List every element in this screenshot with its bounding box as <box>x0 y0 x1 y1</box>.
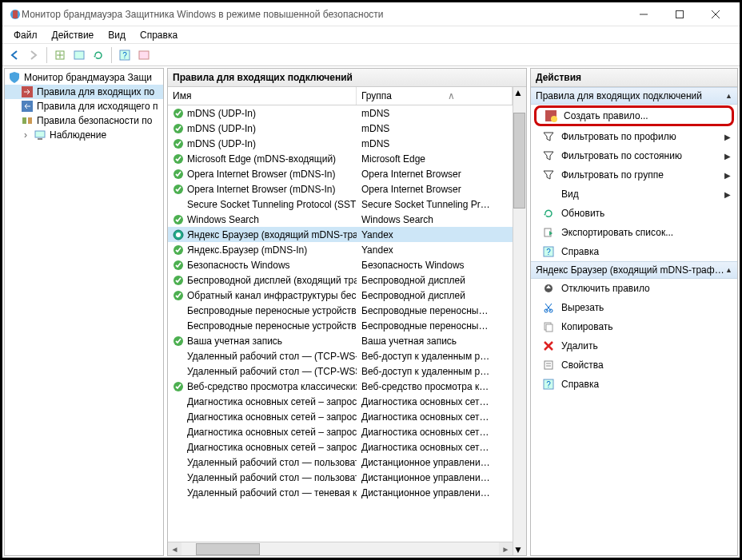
rule-name: Secure Socket Tunneling Protocol (SSTP-… <box>187 199 357 210</box>
rule-row[interactable]: Беспроводные переносные устройства…Беспр… <box>168 303 513 318</box>
scroll-right-icon[interactable]: ► <box>499 542 513 556</box>
expand-icon[interactable]: › <box>21 129 30 141</box>
rule-enabled-icon <box>173 260 184 271</box>
rule-name: mDNS (UDP-In) <box>187 138 256 149</box>
rule-row[interactable]: mDNS (UDP-In)mDNS <box>168 105 513 121</box>
rule-group: Yandex <box>357 244 513 256</box>
rule-row[interactable]: Opera Internet Browser (mDNS-In)Opera In… <box>168 166 513 181</box>
action-help[interactable]: ? Справка <box>531 242 737 261</box>
rule-enabled-icon <box>173 275 184 286</box>
rule-row[interactable]: Microsoft Edge (mDNS-входящий)Microsoft … <box>168 151 513 166</box>
rule-row[interactable]: Удаленный рабочий стол — пользоват…Диста… <box>168 470 513 485</box>
rule-disabled-icon <box>173 199 184 210</box>
rule-group: Диагностика основных сет… <box>357 396 513 407</box>
v-scrollbar[interactable]: ▲ ▼ <box>513 87 526 555</box>
toolbar-separator <box>111 47 112 63</box>
view-button[interactable] <box>70 46 88 64</box>
action-copy[interactable]: Копировать <box>531 317 737 336</box>
action-cut[interactable]: Вырезать <box>531 298 737 317</box>
refresh-icon <box>542 207 555 220</box>
action-help2[interactable]: ? Справка <box>531 375 737 394</box>
action-refresh[interactable]: Обновить <box>531 204 737 223</box>
rule-row[interactable]: Opera Internet Browser (mDNS-In)Opera In… <box>168 181 513 197</box>
tree-monitoring[interactable]: › Наблюдение <box>5 128 163 142</box>
action-filter-state[interactable]: Фильтровать по состоянию ▶ <box>531 146 737 165</box>
menu-help[interactable]: Справка <box>134 28 184 42</box>
rule-row[interactable]: Ваша учетная записьВаша учетная запись <box>168 333 513 348</box>
extra-button[interactable] <box>135 46 153 64</box>
rule-group: mDNS <box>357 138 513 149</box>
new-button[interactable] <box>51 46 69 64</box>
nav-back-button[interactable] <box>6 46 23 64</box>
menu-file[interactable]: Файл <box>7 28 44 42</box>
scroll-down-icon[interactable]: ▼ <box>513 544 526 555</box>
menu-view[interactable]: Вид <box>102 28 132 42</box>
rule-disabled-icon <box>173 411 184 423</box>
actions-section2-header[interactable]: Яндекс Браузер (входящий mDNS-траф… ▲ <box>531 261 737 279</box>
action-export[interactable]: Экспортировать список... <box>531 223 737 242</box>
tree-root[interactable]: Монитор брандмауэра Защи <box>5 70 163 85</box>
rule-enabled-icon <box>173 123 184 134</box>
scroll-left-icon[interactable]: ◄ <box>168 542 182 556</box>
window-title: Монитор брандмауэра Защитника Windows в … <box>22 9 625 20</box>
rule-row[interactable]: Диагностика основных сетей – запрос …Диа… <box>168 424 513 439</box>
rule-disabled-icon <box>173 427 184 438</box>
rule-row[interactable]: Диагностика основных сетей – запрос …Диа… <box>168 409 513 424</box>
security-rules-icon <box>21 114 34 127</box>
action-filter-group[interactable]: Фильтровать по группе ▶ <box>531 165 737 185</box>
refresh-button[interactable] <box>90 46 107 64</box>
rule-row[interactable]: Удаленный рабочий стол — пользоват…Диста… <box>168 455 513 470</box>
action-view[interactable]: Вид ▶ <box>531 185 737 204</box>
scroll-up-icon[interactable]: ▲ <box>513 87 526 98</box>
h-scrollbar[interactable]: ◄ ► <box>168 542 513 555</box>
rule-row[interactable]: Удаленный рабочий стол — (TCP-WSS …Веб-д… <box>168 363 513 379</box>
nav-forward-button[interactable] <box>25 46 42 64</box>
rule-row[interactable]: Windows SearchWindows Search <box>168 212 513 227</box>
rule-group: Дистанционное управлени… <box>357 457 513 468</box>
rule-row[interactable]: Безопасность WindowsБезопасность Windows <box>168 257 513 272</box>
close-button[interactable] <box>697 3 733 26</box>
menu-action[interactable]: Действие <box>46 28 101 42</box>
rule-row[interactable]: Удаленный рабочий стол — теневая ко…Дист… <box>168 485 513 500</box>
rule-row[interactable]: Яндекс.Браузер (mDNS-In)Yandex <box>168 242 513 257</box>
column-group[interactable]: Группа∧ <box>357 87 513 105</box>
svg-rect-3 <box>676 10 683 18</box>
rule-row[interactable]: Беспроводные переносные устройства…Беспр… <box>168 318 513 333</box>
rule-row[interactable]: Диагностика основных сетей – запрос …Диа… <box>168 439 513 455</box>
copy-icon <box>542 320 555 333</box>
scroll-thumb[interactable] <box>196 543 260 555</box>
action-filter-profile[interactable]: Фильтровать по профилю ▶ <box>531 127 737 146</box>
rule-row[interactable]: Яндекс Браузер (входящий mDNS-траф…Yande… <box>168 227 513 242</box>
rule-group: Веб-доступ к удаленным р… <box>357 366 513 377</box>
rule-row[interactable]: Secure Socket Tunneling Protocol (SSTP-…… <box>168 197 513 212</box>
rule-row[interactable]: Обратный канал инфраструктуры бесп…Беспр… <box>168 288 513 303</box>
actions-section1-header[interactable]: Правила для входящих подключений ▲ <box>531 87 737 105</box>
scroll-vthumb[interactable] <box>513 113 525 209</box>
rule-disabled-icon <box>173 320 184 332</box>
tree-security-rules[interactable]: Правила безопасности по <box>5 113 163 128</box>
rule-row[interactable]: Удаленный рабочий стол — (TCP-WS-In)Веб-… <box>168 348 513 363</box>
rule-group: mDNS <box>357 123 513 134</box>
rule-row[interactable]: Беспроводной дисплей (входящий тра…Беспр… <box>168 272 513 288</box>
disable-icon <box>542 282 555 295</box>
rule-row[interactable]: mDNS (UDP-In)mDNS <box>168 121 513 136</box>
column-name[interactable]: Имя <box>168 87 357 105</box>
rule-row[interactable]: Веб-средство просмотра классических…Веб-… <box>168 379 513 394</box>
action-label: Отключить правило <box>561 283 650 294</box>
action-create-rule[interactable]: Создать правило... <box>534 105 734 126</box>
action-properties[interactable]: Свойства <box>531 355 737 375</box>
action-disable-rule[interactable]: Отключить правило <box>531 279 737 298</box>
maximize-button[interactable] <box>661 3 697 26</box>
help-button[interactable]: ? <box>116 46 134 64</box>
rule-row[interactable]: mDNS (UDP-In)mDNS <box>168 136 513 151</box>
svg-point-25 <box>176 232 181 237</box>
rule-group: Диагностика основных сет… <box>357 411 513 423</box>
minimize-button[interactable] <box>625 3 661 26</box>
tree-inbound-rules[interactable]: Правила для входящих по <box>5 85 163 99</box>
filter-icon <box>542 169 555 181</box>
rule-row[interactable]: Диагностика основных сетей – запрос …Диа… <box>168 394 513 409</box>
svg-text:?: ? <box>546 248 551 256</box>
tree-outbound-rules[interactable]: Правила для исходящего п <box>5 99 163 113</box>
action-delete[interactable]: Удалить <box>531 336 737 355</box>
svg-rect-10 <box>139 51 149 59</box>
